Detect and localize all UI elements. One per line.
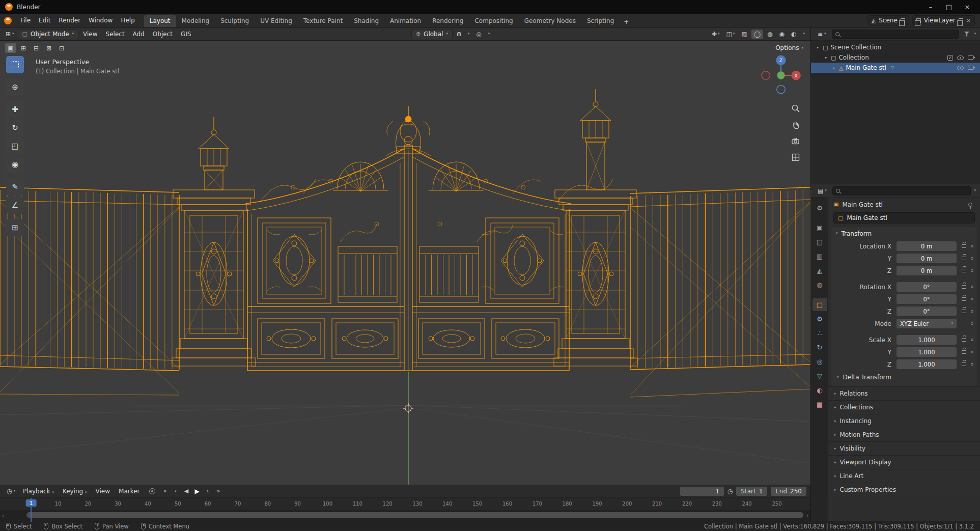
navigation-gizmo[interactable]: Z X [759, 53, 803, 98]
prev-keyframe-button[interactable]: ‹ [171, 487, 181, 496]
tab-animation[interactable]: Animation [384, 15, 427, 27]
menu-marker[interactable]: Marker [115, 486, 143, 496]
viewlayer-selector[interactable]: ViewLayer × [912, 15, 975, 25]
select-subtract-mode-icon[interactable]: ⊟ [31, 43, 42, 53]
timeline-scrollbar[interactable]: ‹ › [0, 510, 810, 521]
mode-dropdown[interactable]: ▢ Object Mode ▾ [18, 29, 79, 39]
blender-menu-icon[interactable] [3, 17, 16, 24]
menu-help[interactable]: Help [117, 15, 138, 25]
lock-icon[interactable] [962, 285, 966, 289]
render-tab[interactable]: ▣ [813, 221, 827, 234]
proportional-dropdown[interactable]: ▾ [486, 31, 493, 37]
properties-options-dropdown[interactable]: ▾ [974, 189, 976, 192]
zoom-icon[interactable] [790, 103, 801, 114]
lock-icon[interactable] [962, 269, 966, 272]
section-relations[interactable]: ▸Relations [828, 386, 980, 400]
move-tool-button[interactable]: ✚ [6, 101, 24, 118]
maximize-button[interactable]: □ [941, 2, 957, 12]
animate-dot[interactable] [971, 298, 973, 300]
collapse-icon[interactable]: ▾ [815, 45, 820, 50]
properties-search-input[interactable] [832, 186, 971, 195]
texture-tab[interactable]: ▦ [813, 398, 827, 411]
menu-render[interactable]: Render [54, 15, 85, 25]
world-tab[interactable]: ◍ [813, 278, 827, 291]
material-tab[interactable]: ◐ [813, 384, 827, 397]
toggle-xray-button[interactable]: ▨ [739, 30, 749, 39]
tool-options-dropdown[interactable]: Options ▾ [775, 44, 803, 51]
rotation-z-field[interactable]: 0° [897, 306, 957, 316]
scale-y-field[interactable]: 1.000 [897, 347, 957, 357]
use-preview-range-icon[interactable]: ◷ [727, 488, 733, 495]
tab-rendering[interactable]: Rendering [427, 15, 469, 27]
new-viewlayer-icon[interactable] [959, 18, 963, 23]
disable-in-renders-icon[interactable] [968, 66, 974, 70]
select-set-mode-icon[interactable]: ▣ [5, 43, 16, 53]
minimize-button[interactable]: – [923, 2, 938, 12]
outliner-item-collection[interactable]: ▾ ▢ Collection ✓ [811, 52, 980, 63]
shading-material-button[interactable]: ◉ [777, 30, 787, 39]
new-scene-icon[interactable] [901, 18, 905, 23]
editor-type-button[interactable]: ⊞▾ [3, 30, 17, 39]
menu-add[interactable]: Add [129, 29, 148, 39]
gizmo-x-neg[interactable] [762, 71, 770, 79]
tab-compositing[interactable]: Compositing [469, 15, 518, 27]
snapping-dropdown[interactable]: ▾ [465, 31, 472, 37]
animate-dot[interactable] [971, 310, 973, 313]
animate-dot[interactable] [971, 363, 973, 366]
tab-geometry-nodes[interactable]: Geometry Nodes [519, 15, 581, 27]
tab-uv-editing[interactable]: UV Editing [255, 15, 298, 27]
animate-dot[interactable] [971, 322, 973, 325]
view-layer-tab[interactable]: ▥ [813, 250, 827, 263]
show-overlays-button[interactable]: ◫▾ [723, 30, 737, 39]
viewport-3d[interactable]: ▣ ⊞ ⊟ ⊠ ⊡ Options ▾ User Perspective (1)… [0, 41, 810, 485]
lock-icon[interactable] [962, 297, 966, 301]
object-name-field[interactable]: ▢ Main Gate stl [833, 212, 975, 223]
outliner-item-scene-collection[interactable]: ▾ ▢ Scene Collection [811, 42, 980, 52]
snapping-magnet-icon[interactable]: U [454, 30, 464, 38]
add-workspace-button[interactable]: + [620, 17, 633, 27]
select-intersect-mode-icon[interactable]: ⊡ [56, 43, 67, 53]
properties-editor-type-button[interactable]: ▤▾ [815, 186, 829, 195]
menu-view[interactable]: View [79, 29, 101, 39]
gizmo-z-neg[interactable] [777, 85, 785, 93]
lock-icon[interactable] [962, 338, 966, 342]
add-cube-tool-button[interactable]: ⊞ [6, 219, 24, 236]
section-custom-properties[interactable]: ▸Custom Properties [828, 483, 980, 496]
outliner-item-main-gate[interactable]: ▸ ◬ Main Gate stl ▽ [811, 63, 980, 73]
timeline-scroll-thumb[interactable] [26, 512, 803, 518]
gizmo-y-axis[interactable] [777, 71, 785, 79]
outliner-options-dropdown[interactable]: ▾ [974, 32, 976, 36]
collection-checkbox[interactable]: ✓ [947, 55, 953, 61]
animate-dot[interactable] [971, 257, 973, 260]
menu-gis[interactable]: GIS [177, 29, 194, 39]
disable-in-renders-icon[interactable] [968, 55, 974, 60]
orientation-dropdown[interactable]: ⊕ Global ▾ [411, 29, 453, 39]
camera-view-icon[interactable] [790, 135, 801, 147]
tab-shading[interactable]: Shading [348, 15, 384, 27]
menu-select[interactable]: Select [102, 29, 128, 39]
tab-scripting[interactable]: Scripting [581, 15, 620, 27]
filter-icon[interactable] [964, 32, 969, 37]
jump-to-end-button[interactable]: » [214, 487, 223, 496]
shading-wireframe-button[interactable]: ◯ [751, 30, 763, 39]
menu-tl-view[interactable]: View [92, 486, 114, 496]
object-data-tab[interactable]: ▽ [813, 370, 827, 382]
tool-tab[interactable]: ⚙ [813, 202, 827, 214]
transform-panel-header[interactable]: ▾ Transform [831, 227, 977, 240]
hide-in-viewport-icon[interactable] [957, 66, 964, 70]
menu-edit[interactable]: Edit [35, 15, 54, 25]
section-visibility[interactable]: ▸Visibility [828, 441, 980, 455]
scene-tab[interactable]: ◭ [813, 264, 827, 277]
menu-playback[interactable]: Playback ▾ [19, 486, 58, 496]
current-frame-field[interactable]: 1 [680, 487, 724, 496]
expand-icon[interactable]: ▸ [831, 66, 836, 70]
animate-dot[interactable] [971, 269, 973, 272]
collapse-icon[interactable]: ▾ [823, 55, 828, 60]
section-collections[interactable]: ▸Collections [828, 400, 980, 414]
output-tab[interactable]: ▤ [813, 236, 827, 248]
measure-tool-button[interactable]: ∠ [6, 197, 24, 214]
menu-keying[interactable]: Keying ▾ [59, 486, 91, 496]
scale-x-field[interactable]: 1.000 [897, 335, 957, 345]
play-reverse-button[interactable]: ◀ [182, 487, 191, 496]
location-z-field[interactable]: 0 m [897, 266, 957, 275]
